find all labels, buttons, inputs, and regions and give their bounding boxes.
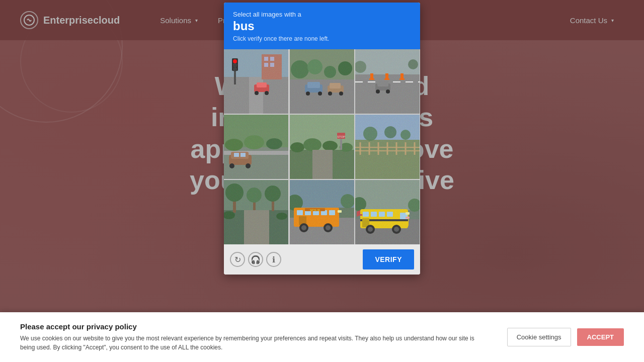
svg-rect-33 [290, 49, 354, 114]
captcha-cell-2[interactable] [290, 49, 354, 114]
cookie-text-area: Please accept our privacy policy We use … [20, 322, 487, 352]
captcha-cell-3[interactable] [355, 49, 420, 114]
captcha-select-text: Select all images with a [233, 11, 411, 18]
captcha-verify-button[interactable]: VERIFY [363, 249, 414, 269]
captcha-instruction: Click verify once there are none left. [233, 35, 411, 42]
captcha-reload-button[interactable]: ↻ [230, 252, 245, 267]
svg-rect-73 [290, 115, 354, 179]
captcha-dialog: Select all images with a bus Click verif… [224, 3, 420, 275]
svg-rect-62 [224, 115, 288, 179]
svg-rect-88 [355, 115, 420, 179]
captcha-cell-9[interactable] [355, 180, 420, 244]
svg-rect-100 [224, 180, 288, 244]
captcha-cell-7[interactable] [224, 180, 288, 244]
captcha-overlay: Select all images with a bus Click verif… [0, 0, 644, 362]
captcha-footer: ↻ 🎧 ℹ VERIFY [224, 244, 420, 275]
captcha-cell-5[interactable]: STOP [290, 115, 354, 179]
captcha-cell-6[interactable] [355, 115, 420, 179]
captcha-header: Select all images with a bus Click verif… [224, 3, 420, 49]
captcha-cell-1[interactable] [224, 49, 288, 114]
cookie-accept-button[interactable]: ACCEPT [577, 328, 624, 346]
cookie-banner: Please accept our privacy policy We use … [0, 312, 644, 362]
captcha-grid: STOP [224, 49, 420, 244]
captcha-info-button[interactable]: ℹ [266, 252, 281, 267]
svg-rect-120 [290, 180, 354, 244]
svg-rect-18 [224, 49, 288, 114]
svg-rect-49 [355, 49, 420, 114]
svg-rect-143 [355, 180, 420, 244]
captcha-audio-button[interactable]: 🎧 [248, 252, 263, 267]
cookie-settings-button[interactable]: Cookie settings [507, 328, 571, 346]
cookie-title: Please accept our privacy policy [20, 322, 487, 331]
cookie-body: We use cookies on our website to give yo… [20, 334, 487, 352]
captcha-cell-8[interactable]: NFTA 38 [290, 180, 354, 244]
captcha-keyword: bus [233, 19, 411, 33]
captcha-cell-4[interactable] [224, 115, 288, 179]
cookie-actions: Cookie settings ACCEPT [507, 328, 624, 346]
